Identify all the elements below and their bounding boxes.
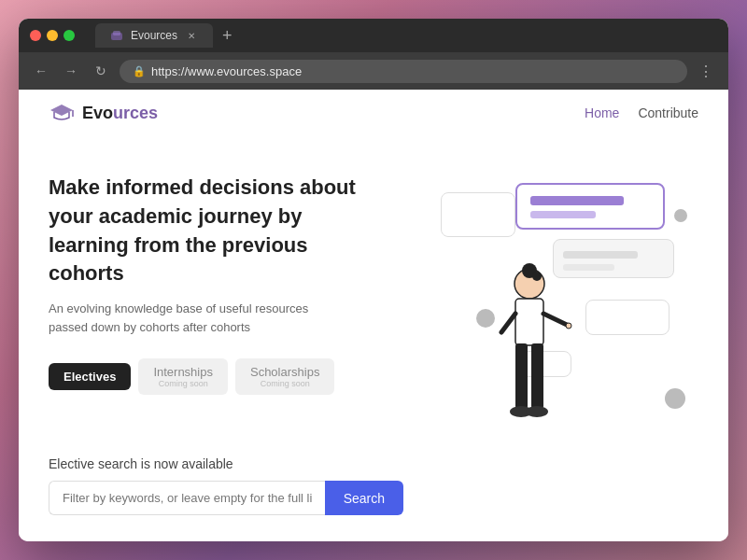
lock-icon: 🔒	[133, 65, 146, 77]
nav-link-contribute[interactable]: Contribute	[638, 105, 698, 120]
logo[interactable]: Evources	[49, 103, 158, 123]
tab-electives[interactable]: Electives	[49, 363, 131, 390]
hero-heading: Make informed decisions about your acade…	[49, 174, 385, 288]
nav-links: Home Contribute	[585, 105, 698, 120]
svg-rect-7	[515, 299, 543, 345]
hero-subtext: An evolving knowledge base of useful res…	[49, 300, 347, 336]
browser-titlebar: Evources ✕ +	[19, 19, 728, 52]
svg-rect-11	[531, 343, 543, 409]
forward-button[interactable]: →	[60, 60, 82, 82]
card-small-left	[441, 192, 515, 237]
svg-point-13	[526, 406, 548, 417]
card-purple	[515, 183, 665, 230]
tab-close-button[interactable]: ✕	[185, 29, 198, 42]
card-small-right	[585, 300, 669, 335]
purple-bar	[530, 196, 624, 205]
tab-title-text: Evources	[131, 29, 177, 42]
tab-scholarships: Scholarships Coming soon	[235, 358, 334, 395]
logo-text: Evources	[82, 104, 158, 123]
browser-tab[interactable]: Evources ✕	[95, 23, 213, 48]
site-nav: Evources Home Contribute	[19, 90, 728, 136]
hero-bold-1: informed decisions	[106, 175, 294, 199]
more-button[interactable]: ⋮	[695, 60, 717, 82]
browser-window: Evources ✕ + ← → ↻ 🔒 https://www.evource…	[19, 19, 728, 541]
nav-link-home[interactable]: Home	[585, 105, 619, 120]
svg-rect-1	[113, 31, 120, 35]
search-input[interactable]	[49, 481, 325, 515]
hero-bold-2: academic journey	[99, 204, 273, 228]
back-button[interactable]: ←	[30, 60, 52, 82]
hero-bold-3: previous cohorts	[49, 233, 308, 286]
page-content: Evources Home Contribute Make informed d…	[19, 90, 728, 541]
person-illustration	[450, 258, 581, 444]
svg-line-8	[543, 314, 567, 325]
search-box: Search	[49, 481, 403, 515]
new-tab-button[interactable]: +	[222, 27, 233, 44]
search-label: Elective search is now available	[49, 456, 698, 471]
dot-1	[674, 209, 687, 222]
hero-illustration	[441, 155, 721, 456]
address-bar[interactable]: 🔒 https://www.evources.space	[120, 60, 687, 83]
search-button[interactable]: Search	[325, 481, 403, 515]
address-text: https://www.evources.space	[151, 64, 302, 78]
hero-left: Make informed decisions about your acade…	[49, 155, 441, 456]
dot-3	[665, 388, 685, 409]
favicon-icon	[110, 29, 123, 42]
close-button[interactable]	[30, 30, 41, 41]
svg-rect-10	[515, 343, 528, 409]
svg-line-9	[501, 314, 515, 332]
illustration-wrap	[441, 164, 721, 444]
maximize-button[interactable]	[63, 30, 75, 41]
logo-icon	[49, 103, 75, 123]
browser-toolbar: ← → ↻ 🔒 https://www.evources.space ⋮	[19, 52, 728, 90]
svg-point-6	[532, 272, 542, 281]
minimize-button[interactable]	[47, 30, 58, 41]
tab-internships: Internships Coming soon	[138, 358, 228, 395]
category-tabs: Electives Internships Coming soon Schola…	[49, 358, 441, 395]
hero-section: Make informed decisions about your acade…	[19, 136, 728, 456]
purple-bar-2	[530, 211, 596, 218]
refresh-button[interactable]: ↻	[90, 60, 112, 82]
search-section: Elective search is now available Search	[19, 456, 728, 541]
svg-point-14	[566, 323, 571, 329]
